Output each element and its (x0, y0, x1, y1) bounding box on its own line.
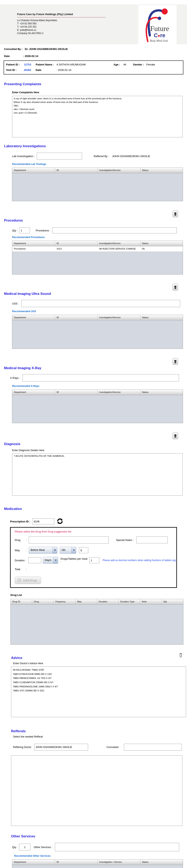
recommended-xrays-link: Recommended X-Rays (12, 385, 187, 388)
patient-info-row-1: Patient ID : 12753 Patient Name : A SATH… (6, 63, 181, 66)
lab-clear-trash-button[interactable] (173, 211, 178, 217)
company-phone1: T: +24 82 593 593 (17, 22, 106, 25)
advice-sub-label: Enter Doctor's Advice Here (13, 662, 187, 665)
chevron-down-icon (52, 547, 57, 553)
xrays-input[interactable] (23, 374, 179, 381)
xray-table-body[interactable] (12, 395, 183, 423)
duration-unit-select[interactable]: Day/s (43, 557, 58, 564)
xray-header-id: ID (55, 390, 98, 395)
prescription-refresh-button[interactable] (56, 518, 64, 525)
prescription-id-label: Prescription ID : (10, 520, 30, 523)
advice-clear-trash-button[interactable] (178, 651, 184, 659)
prescription-id-input[interactable] (32, 518, 54, 524)
drug-header-duration-type: Duration Type (119, 599, 140, 604)
uss-label: USS : (12, 302, 19, 305)
other-services-title: Other Services (11, 834, 187, 838)
lab-header-service: Investigation/Service (98, 168, 140, 173)
patient-name-value: A SATHIYA ARUMUGAM (57, 63, 113, 66)
patient-id-value: 12753 (24, 63, 35, 66)
heart-icon: ♥ (158, 34, 160, 38)
refresh-icon (57, 518, 63, 525)
frequency-qty-input[interactable] (79, 547, 88, 553)
procedures-table-body[interactable] (12, 252, 183, 274)
company-name: Future Care by Future Holdings (Pty) Lim… (17, 12, 106, 18)
per-meal-label: Drugs/Tablets per meal : (61, 557, 88, 563)
lab-header-id: ID (55, 168, 98, 173)
visit-id-value: 26362 (24, 68, 35, 71)
other-services-input[interactable] (55, 843, 179, 851)
lab-investigation-label: Lab Investingation : (12, 155, 35, 158)
referred-by-value: JOHN OSANWEOKWU OKOLIE (112, 155, 150, 158)
plus-circle-icon (17, 578, 21, 582)
drug-header-frequency: Fequency (54, 599, 75, 604)
duration-input[interactable] (28, 557, 41, 563)
trash-recycle-icon (174, 359, 177, 364)
chevron-down-icon (71, 547, 76, 553)
procedures-header-id: ID (55, 241, 98, 246)
diagnosis-textarea[interactable]: ? ACUTE OSTEOMYELITIS OF THE HUMERUS. (12, 453, 183, 496)
drug-list-header: Drug ID Drug Fequency Way Duration Durat… (11, 599, 183, 604)
special-notes-input[interactable] (136, 536, 168, 544)
company-address: Le Chainter,Victoria,Mahe,Seychelles (17, 19, 106, 22)
xray-header-service: Investigation/Service (98, 390, 140, 395)
referral-doctor-row: Reffering Doctor Consultant (13, 744, 187, 751)
logo-brand-top: Future (150, 25, 169, 33)
consultation-date-row: Date : 2026-02-14 (4, 55, 187, 58)
xray-clear-trash-button[interactable] (173, 432, 178, 439)
way-selected-value: Before Meal (29, 547, 52, 553)
lab-investigation-input[interactable] (37, 153, 82, 159)
company-info: Future Care by Future Holdings (Pty) Lim… (17, 12, 106, 35)
procedures-table-row[interactable]: Procedures 1013 IM INJECTION SERVICE CHA… (12, 246, 183, 252)
way-row: Way : Before Meal OD (15, 547, 176, 554)
total-colon: : (26, 568, 29, 571)
way-select[interactable]: Before Meal (29, 547, 57, 554)
consultant-input[interactable] (124, 744, 182, 751)
drug-list-body[interactable] (11, 604, 183, 645)
date-value: : 2026-02-14 (23, 55, 38, 58)
procedures-label: Procedures : (36, 229, 50, 232)
uss-header-id: ID (55, 315, 98, 320)
ultrasound-title: Medical Imaging Ultra Sound (4, 292, 187, 296)
uss-clear-trash-button[interactable] (173, 358, 178, 365)
other-qty-input[interactable] (19, 844, 30, 850)
xray-table-header: Department ID Investigation/Service Stat… (12, 390, 183, 395)
chevron-down-icon (53, 557, 58, 563)
recommended-lab-testings-link: Recommended Lab Testings (12, 163, 187, 165)
uss-header-service: Investigation/Service (98, 315, 140, 320)
other-services-table-body[interactable] (12, 865, 183, 868)
procedures-header-service: Investigation/Service (98, 241, 140, 246)
add-drug-button[interactable]: Add Drug (15, 577, 41, 584)
complaints-textarea[interactable]: X-ray of right shoulder seen, there is a… (12, 96, 183, 137)
uss-input[interactable] (21, 300, 180, 307)
procedures-qty-label: Qty : (12, 229, 17, 232)
referrals-title: Refferals (11, 729, 187, 733)
uss-table-body[interactable] (12, 320, 183, 349)
procedures-input[interactable] (52, 227, 177, 234)
referral-list-box[interactable] (11, 755, 182, 826)
advice-header: Advice (0, 651, 187, 660)
drug-row: Drug : Special Notes : (15, 536, 176, 544)
uss-header-department: Department (12, 315, 55, 320)
recommended-other-services-link: Recommended Other Services (14, 855, 187, 857)
referring-doctor-input[interactable] (34, 744, 88, 751)
drug-input[interactable] (29, 536, 109, 544)
logo-tagline: Body Mind Soul (150, 39, 168, 42)
per-meal-input[interactable] (89, 557, 99, 563)
referred-by-label: Reffered By : (94, 155, 109, 158)
lab-header-department: Department (12, 168, 55, 173)
procedures-clear-trash-button[interactable] (173, 284, 178, 290)
consultant-label: Consultant (107, 746, 119, 749)
company-email: E: jude@future.sc (17, 28, 106, 32)
frequency-select[interactable]: OD (60, 547, 76, 554)
consultation-page: { "colors": { "section_title_blue": "#2a… (0, 0, 187, 868)
procedures-qty-input[interactable] (19, 227, 30, 234)
total-label: Total (15, 568, 26, 571)
drug-entry-panel: Please select the Drug from Drug suggess… (10, 527, 177, 588)
recommended-procedures-link: Recommended Procedures (12, 236, 187, 239)
lab-table-body[interactable] (12, 173, 183, 201)
procedure-row-department: Procedures (12, 246, 55, 252)
visit-id-label: Visit ID : (6, 68, 23, 71)
gender-label: Gender : (133, 63, 146, 66)
duration-unit-value: Day/s (43, 557, 53, 563)
advice-textarea[interactable]: IM DICLOFENAC 75MG STAT TABS ETIROCOXIB … (11, 666, 186, 717)
